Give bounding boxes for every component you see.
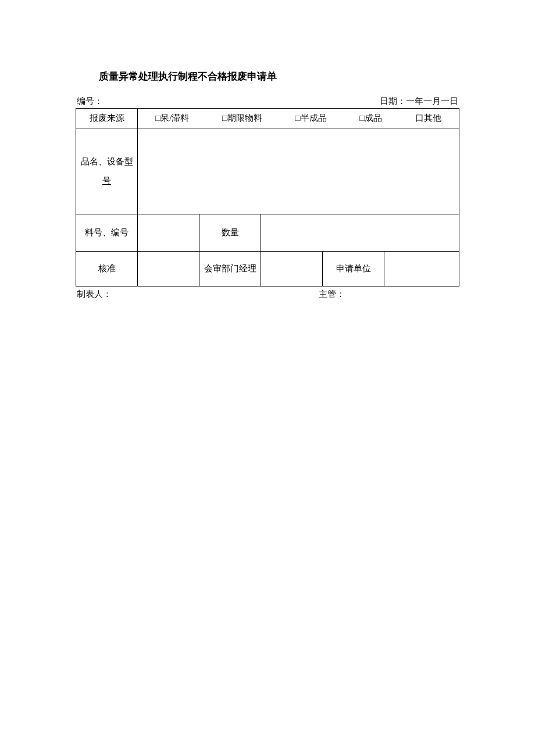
unit-label-cell: 申请单位 [323,252,384,286]
row-approval: 核准 会审部门经理 申请单位 [76,252,459,286]
row-product-name: 品名、设备型 号 [76,128,459,214]
date-label: 日期：一年一月一日 [380,96,458,107]
qty-label-cell: 数量 [199,214,261,252]
serial-label: 编号： [77,96,103,107]
name-label-cell: 品名、设备型 号 [76,128,138,214]
approve-label-cell: 核准 [76,252,138,286]
name-value-cell[interactable] [138,128,459,214]
name-label-line2: 号 [102,176,111,185]
preparer-label: 制表人： [77,289,319,300]
supervisor-label: 主管： [319,289,458,300]
approve-value-cell[interactable] [138,252,199,286]
form-title: 质量异常处理执行制程不合格报废申请单 [76,70,459,83]
part-value-cell[interactable] [138,214,199,252]
source-label-cell: 报废来源 [76,109,138,128]
qty-value-cell[interactable] [261,214,459,252]
form-table: 报废来源 □呆/滞料 □期限物料 □半成品 □成品 口其他 品名、设备型 号 [76,108,459,286]
footer-row: 制表人： 主管： [76,286,459,300]
opt-finished: □成品 [359,113,382,124]
row-scrap-source: 报废来源 □呆/滞料 □期限物料 □半成品 □成品 口其他 [76,109,459,128]
opt-expired: □期限物料 [222,113,262,124]
opt-other: 口其他 [415,113,441,124]
row-part-number: 料号、编号 数量 [76,214,459,252]
dept-value-cell[interactable] [261,252,323,286]
dept-label-cell: 会审部门经理 [199,252,261,286]
source-options-cell: □呆/滞料 □期限物料 □半成品 □成品 口其他 [138,109,459,128]
unit-value-cell[interactable] [384,252,459,286]
part-label-cell: 料号、编号 [76,214,138,252]
opt-semi: □半成品 [295,113,327,124]
header-row: 编号： 日期：一年一月一日 [76,96,459,108]
opt-stagnant: □呆/滞料 [155,113,189,124]
name-label-line1: 品名、设备型 [81,157,133,166]
